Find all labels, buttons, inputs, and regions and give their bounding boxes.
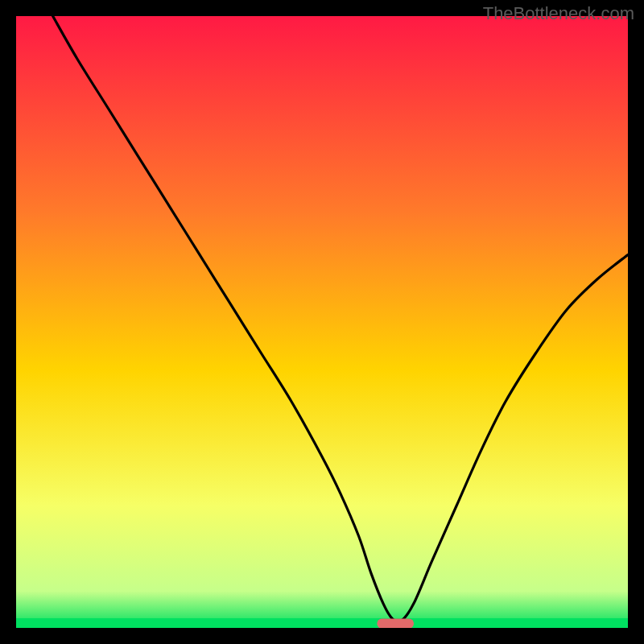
bottleneck-chart [16, 16, 628, 628]
watermark-text: TheBottleneck.com [483, 3, 634, 24]
green-baseline-band [16, 618, 628, 628]
bottleneck-marker [377, 619, 414, 628]
chart-frame: TheBottleneck.com [0, 0, 644, 644]
